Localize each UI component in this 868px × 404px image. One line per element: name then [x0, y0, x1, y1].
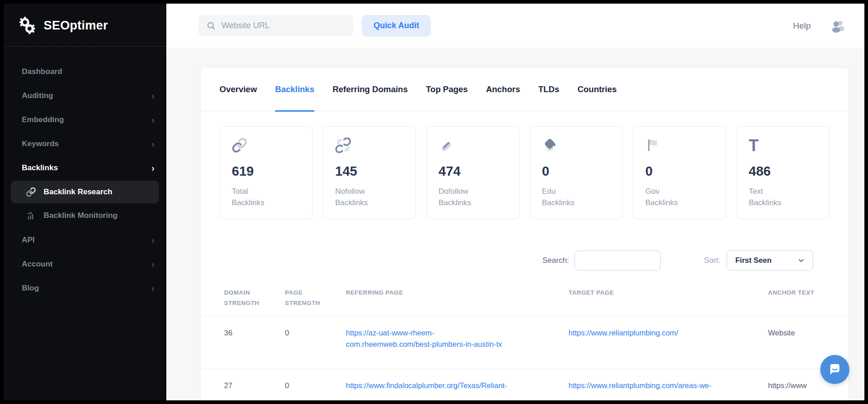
- flag-icon: [645, 138, 714, 157]
- column-header: REFERRING PAGE: [346, 288, 569, 298]
- table-controls: Search: Sort: First Seen: [200, 219, 848, 271]
- sidebar-item-backlink-monitoring[interactable]: Backlink Monitoring: [11, 204, 159, 227]
- column-header: PAGE STRENGTH: [285, 288, 346, 309]
- sidebar-item-label: Dashboard: [22, 67, 155, 76]
- chevron-right-icon: ›: [151, 91, 155, 100]
- backlinks-table: DOMAIN STRENGTH PAGE STRENGTH REFERRING …: [200, 280, 849, 400]
- stat-card-dofollow-backlinks: 474 DofollowBacklinks: [426, 126, 519, 219]
- sort-label: Sort:: [704, 256, 720, 265]
- table-row: 27 0 https://www.findalocalplumber.org/T…: [200, 369, 849, 400]
- stat-value: 486: [749, 164, 818, 179]
- stat-value: 0: [542, 164, 611, 179]
- sidebar-item-auditing[interactable]: Auditing ›: [4, 84, 166, 108]
- diagonal-link-icon: [439, 138, 507, 157]
- sidebar-item-api[interactable]: API ›: [4, 228, 166, 252]
- search-label: Search:: [543, 256, 569, 265]
- tab-tlds[interactable]: TLDs: [538, 68, 559, 111]
- tab-bar: Overview Backlinks Referring Domains Top…: [200, 68, 848, 111]
- users-avatar-icon[interactable]: [830, 19, 845, 33]
- search-icon: [206, 20, 216, 31]
- tab-referring-domains[interactable]: Referring Domains: [333, 68, 408, 111]
- sidebar-item-account[interactable]: Account ›: [4, 252, 166, 276]
- sidebar-item-label: Backlinks: [22, 163, 151, 172]
- chat-widget-button[interactable]: [820, 355, 849, 384]
- stat-value: 0: [645, 164, 714, 179]
- sidebar-item-label: API: [22, 236, 151, 245]
- domain-strength-cell: 27: [224, 380, 285, 392]
- referring-page-link[interactable]: https://www.findalocalplumber.org/Texas/…: [346, 381, 507, 389]
- topbar: Quick Audit Help: [166, 4, 864, 48]
- tab-countries[interactable]: Countries: [578, 68, 617, 111]
- stats-row: 619 TotalBacklinks: [200, 111, 848, 219]
- main-area: Quick Audit Help Overview Backlinks Refe…: [166, 4, 864, 400]
- target-page-link[interactable]: https://www.reliantplumbing.com/: [569, 329, 678, 337]
- chevron-right-icon: ›: [151, 236, 155, 245]
- sidebar-item-backlinks[interactable]: Backlinks ›: [4, 156, 166, 180]
- stat-label: GovBacklinks: [645, 186, 714, 208]
- stat-card-nofollow-backlinks: 145 NofollowBacklinks: [323, 126, 416, 219]
- table-header-row: DOMAIN STRENGTH PAGE STRENGTH REFERRING …: [200, 280, 849, 309]
- sidebar-item-label: Backlink Research: [44, 187, 112, 197]
- sidebar-item-backlink-research[interactable]: Backlink Research: [11, 181, 159, 203]
- chevron-right-icon: ›: [151, 260, 155, 269]
- sort-dropdown[interactable]: First Seen: [727, 250, 813, 271]
- help-link[interactable]: Help: [793, 21, 811, 31]
- letter-t-icon: T: [749, 138, 818, 157]
- backlinks-card: Overview Backlinks Referring Domains Top…: [200, 67, 849, 400]
- tab-backlinks[interactable]: Backlinks: [275, 68, 314, 111]
- stat-label: NofollowBacklinks: [335, 186, 404, 208]
- stat-card-total-backlinks: 619 TotalBacklinks: [219, 126, 313, 219]
- tab-anchors[interactable]: Anchors: [486, 68, 520, 111]
- link-icon: [25, 187, 36, 197]
- sidebar-item-label: Blog: [22, 284, 151, 293]
- table-search-input[interactable]: [574, 251, 661, 271]
- chat-icon: [828, 362, 842, 377]
- stat-label: DofollowBacklinks: [439, 186, 507, 208]
- page-strength-cell: 0: [285, 380, 346, 392]
- stat-card-gov-backlinks: 0 GovBacklinks: [633, 126, 726, 219]
- table-row: 36 0 https://az-uat-www-rheem- com.rheem…: [200, 316, 849, 361]
- target-page-cell: https://www.reliantplumbing.com/: [569, 327, 768, 339]
- target-page-cell: https://www.reliantplumbing.com/areas-we…: [569, 380, 768, 392]
- sidebar: SEOptimer Dashboard Auditing › Embedding…: [4, 4, 166, 400]
- stat-card-edu-backlinks: 0 EduBacklinks: [530, 126, 623, 219]
- page-strength-cell: 0: [285, 327, 346, 339]
- gear-logo-icon: [17, 15, 37, 35]
- sidebar-item-label: Keywords: [22, 139, 151, 148]
- sidebar-item-label: Embedding: [22, 115, 151, 124]
- tab-top-pages[interactable]: Top Pages: [426, 68, 468, 111]
- sort-selected-value: First Seen: [735, 256, 772, 265]
- stat-card-text-backlinks: T 486 TextBacklinks: [737, 126, 830, 219]
- chevron-right-icon: ›: [151, 139, 155, 148]
- column-header: ANCHOR TEXT: [768, 288, 849, 298]
- target-page-link[interactable]: https://www.reliantplumbing.com/areas-we…: [569, 381, 712, 389]
- referring-page-cell: https://www.findalocalplumber.org/Texas/…: [346, 380, 569, 392]
- sidebar-item-keywords[interactable]: Keywords ›: [4, 132, 166, 156]
- sidebar-item-label: Account: [22, 260, 151, 269]
- broken-link-icon: [335, 138, 404, 157]
- referring-page-link[interactable]: https://az-uat-www-rheem- com.rheemweb.c…: [346, 329, 502, 349]
- sidebar-item-embedding[interactable]: Embedding ›: [4, 108, 166, 132]
- sidebar-nav: Dashboard Auditing › Embedding › Keyword…: [4, 47, 166, 300]
- stat-value: 619: [232, 164, 300, 179]
- column-header: TARGET PAGE: [569, 288, 768, 298]
- brand-logo[interactable]: SEOptimer: [4, 4, 166, 46]
- stat-label: EduBacklinks: [542, 186, 611, 208]
- sidebar-item-label: Auditing: [22, 91, 151, 100]
- link-icon: [232, 138, 300, 157]
- tab-overview[interactable]: Overview: [219, 68, 257, 111]
- sidebar-item-dashboard[interactable]: Dashboard: [4, 59, 166, 84]
- website-url-input[interactable]: [221, 21, 346, 30]
- quick-audit-button[interactable]: Quick Audit: [362, 15, 431, 37]
- anchor-text-cell: Website: [768, 327, 849, 339]
- stat-value: 145: [335, 164, 404, 179]
- app-window: SEOptimer Dashboard Auditing › Embedding…: [4, 4, 864, 400]
- chevron-right-icon: ›: [151, 163, 155, 172]
- sidebar-item-label: Backlink Monitoring: [44, 211, 117, 220]
- referring-page-cell: https://az-uat-www-rheem- com.rheemweb.c…: [346, 327, 569, 350]
- sidebar-item-blog[interactable]: Blog ›: [4, 276, 166, 300]
- brand-name: SEOptimer: [44, 19, 108, 33]
- graduation-cap-icon: [542, 138, 611, 157]
- website-url-search[interactable]: [198, 15, 354, 36]
- bar-chart-icon: [25, 210, 36, 221]
